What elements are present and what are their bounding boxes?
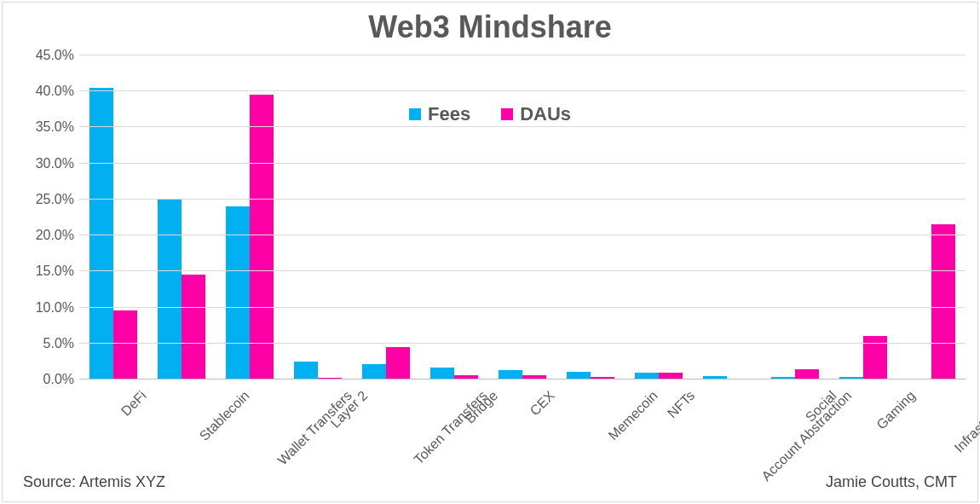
- bar-group: [897, 55, 966, 379]
- x-tick-label: Infrastructure: [952, 388, 980, 455]
- gridline: [79, 126, 966, 127]
- bar: [294, 362, 318, 379]
- bar-group: [352, 55, 420, 379]
- x-tick-label: DeFi: [118, 388, 150, 420]
- gridline: [79, 307, 966, 308]
- bar-group: [488, 55, 556, 379]
- y-tick-label: 10.0%: [6, 300, 74, 316]
- gridline: [79, 343, 966, 344]
- gridline: [79, 199, 966, 200]
- bar-group: [829, 55, 897, 379]
- plot-area: [79, 55, 966, 379]
- bar-group: [693, 55, 761, 379]
- gridline: [79, 270, 966, 271]
- bar: [182, 275, 205, 379]
- y-tick-label: 20.0%: [6, 228, 74, 243]
- bar-group: [147, 55, 216, 379]
- x-axis-line: [79, 379, 966, 379]
- y-tick-label: 35.0%: [6, 119, 74, 135]
- bar-group: [216, 55, 284, 379]
- chart-frame: Web3 Mindshare FeesDAUs 0.0%5.0%10.0%15.…: [2, 2, 978, 502]
- x-tick-label: Account Abstraction: [758, 388, 855, 484]
- bar: [113, 310, 137, 379]
- bar-group: [79, 55, 147, 379]
- x-tick-label: Stablecoin: [197, 388, 253, 444]
- y-tick-label: 30.0%: [6, 156, 74, 171]
- x-tick-label: Memecoin: [606, 388, 661, 443]
- bar-group: [556, 55, 625, 379]
- gridline: [79, 235, 966, 235]
- x-tick-label: Gaming: [873, 388, 918, 432]
- x-tick-label: Wallet Transfers: [275, 388, 355, 468]
- bar: [226, 206, 250, 379]
- bar-group: [420, 55, 488, 379]
- gridline: [79, 55, 966, 55]
- y-tick-label: 25.0%: [6, 192, 74, 207]
- bar: [158, 200, 182, 379]
- bars-container: [79, 55, 966, 379]
- bar: [386, 347, 410, 379]
- chart-title: Web3 Mindshare: [3, 9, 977, 45]
- x-tick-label: CEX: [527, 388, 558, 419]
- bar-group: [625, 55, 693, 379]
- y-tick-label: 15.0%: [6, 264, 74, 279]
- bar-group: [761, 55, 829, 379]
- attribution-text: Jamie Coutts, CMT: [826, 473, 957, 491]
- y-tick-label: 45.0%: [6, 48, 74, 63]
- source-text: Source: Artemis XYZ: [23, 473, 165, 491]
- y-tick-label: 5.0%: [6, 336, 74, 351]
- bar: [89, 88, 113, 379]
- gridline: [79, 90, 966, 91]
- gridline: [79, 163, 966, 164]
- bar-group: [284, 55, 352, 379]
- x-tick-label: NFTs: [665, 388, 698, 421]
- bar: [931, 224, 955, 379]
- bar: [250, 95, 274, 379]
- y-tick-label: 40.0%: [6, 84, 74, 99]
- bar: [430, 368, 454, 379]
- bar: [362, 364, 386, 379]
- y-tick-label: 0.0%: [6, 372, 74, 387]
